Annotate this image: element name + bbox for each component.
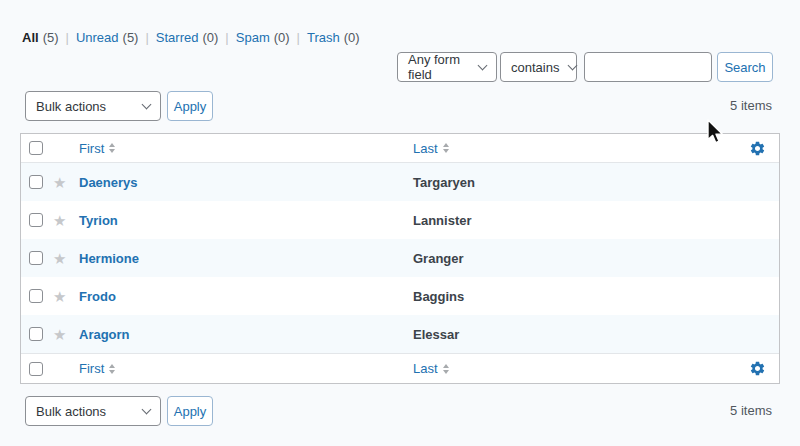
gear-icon[interactable]: [749, 360, 766, 377]
separator: |: [145, 30, 148, 45]
star-icon[interactable]: ★: [53, 251, 66, 266]
table-row: ★ Frodo Baggins: [21, 277, 779, 315]
star-icon[interactable]: ★: [53, 175, 66, 190]
separator: |: [297, 30, 300, 45]
sort-icon: [443, 143, 449, 153]
sort-icon: [109, 364, 115, 374]
table-row: ★ Daenerys Targaryen: [21, 163, 779, 201]
gear-icon[interactable]: [749, 140, 766, 157]
entry-last-name: Lannister: [413, 213, 472, 228]
filter-starred[interactable]: Starred(0): [156, 30, 219, 45]
separator: |: [66, 30, 69, 45]
row-checkbox[interactable]: [29, 175, 43, 189]
entry-last-name: Baggins: [413, 289, 464, 304]
sort-header-first[interactable]: First: [79, 141, 413, 156]
status-filter-bar: All(5) | Unread(5) | Starred(0) | Spam(0…: [22, 30, 360, 45]
search-input[interactable]: [584, 52, 712, 82]
filter-spam[interactable]: Spam(0): [236, 30, 290, 45]
row-checkbox[interactable]: [29, 251, 43, 265]
sort-header-last[interactable]: Last: [413, 141, 735, 156]
entry-first-name[interactable]: Aragorn: [79, 327, 130, 342]
sort-footer-last[interactable]: Last: [413, 361, 735, 376]
filter-trash[interactable]: Trash(0): [307, 30, 360, 45]
table-row: ★ Aragorn Elessar: [21, 315, 779, 353]
table-footer-row: First Last: [21, 353, 779, 383]
apply-button-bottom[interactable]: Apply: [167, 396, 213, 426]
sort-icon: [443, 364, 449, 374]
separator: |: [225, 30, 228, 45]
star-icon[interactable]: ★: [53, 327, 66, 342]
comparison-select-value: contains: [511, 60, 559, 75]
entries-page: All(5) | Unread(5) | Starred(0) | Spam(0…: [0, 0, 800, 446]
entry-last-name: Granger: [413, 251, 464, 266]
bulk-actions-select-bottom[interactable]: Bulk actions: [25, 396, 161, 426]
form-field-select-value: Any form field: [408, 52, 469, 82]
select-all-checkbox-top[interactable]: [29, 141, 43, 155]
entries-table: First Last ★ Daenerys Targaryen ★ Tyr: [20, 133, 780, 384]
table-header-row: First Last: [21, 134, 779, 163]
search-button[interactable]: Search: [717, 52, 773, 82]
chevron-down-icon: [142, 404, 152, 414]
entry-first-name[interactable]: Hermione: [79, 251, 139, 266]
chevron-down-icon: [568, 60, 578, 70]
items-count-top: 5 items: [730, 98, 772, 113]
entry-last-name: Targaryen: [413, 175, 475, 190]
star-icon[interactable]: ★: [53, 289, 66, 304]
row-checkbox[interactable]: [29, 327, 43, 341]
comparison-select[interactable]: contains: [500, 52, 577, 82]
entry-last-name: Elessar: [413, 327, 459, 342]
table-row: ★ Hermione Granger: [21, 239, 779, 277]
chevron-down-icon: [478, 60, 488, 70]
bulk-actions-value: Bulk actions: [36, 99, 106, 114]
apply-button-top[interactable]: Apply: [167, 91, 213, 121]
entry-first-name[interactable]: Daenerys: [79, 175, 138, 190]
bulk-actions-value: Bulk actions: [36, 404, 106, 419]
star-icon[interactable]: ★: [53, 213, 66, 228]
row-checkbox[interactable]: [29, 213, 43, 227]
filter-all[interactable]: All(5): [22, 30, 59, 45]
select-all-checkbox-bottom[interactable]: [29, 362, 43, 376]
entry-first-name[interactable]: Tyrion: [79, 213, 118, 228]
bulk-actions-select-top[interactable]: Bulk actions: [25, 91, 161, 121]
form-field-select[interactable]: Any form field: [397, 52, 497, 82]
sort-icon: [109, 143, 115, 153]
table-row: ★ Tyrion Lannister: [21, 201, 779, 239]
filter-unread[interactable]: Unread(5): [76, 30, 139, 45]
row-checkbox[interactable]: [29, 289, 43, 303]
entry-first-name[interactable]: Frodo: [79, 289, 116, 304]
items-count-bottom: 5 items: [730, 403, 772, 418]
chevron-down-icon: [142, 99, 152, 109]
sort-footer-first[interactable]: First: [79, 361, 413, 376]
